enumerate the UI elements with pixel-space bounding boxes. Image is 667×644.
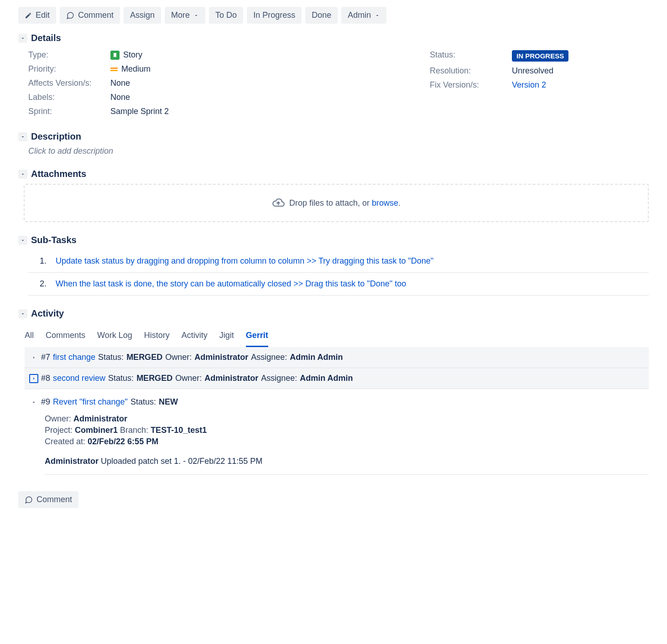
change-project: Combiner1 bbox=[75, 426, 118, 435]
comment-button[interactable]: Comment bbox=[60, 7, 120, 24]
activity-tabs: AllCommentsWork LogHistoryActivityJigitG… bbox=[25, 323, 649, 347]
change-owner: Administrator bbox=[194, 353, 248, 362]
tab-gerrit[interactable]: Gerrit bbox=[246, 328, 268, 347]
change-created: 02/Feb/22 6:55 PM bbox=[88, 437, 158, 446]
more-button[interactable]: More bbox=[165, 7, 205, 24]
change-owner: Administrator bbox=[204, 374, 258, 383]
todo-button[interactable]: To Do bbox=[209, 7, 243, 24]
chevron-right-icon bbox=[31, 355, 36, 360]
footer-comment-label: Comment bbox=[36, 495, 72, 504]
subtasks-heading: Sub-Tasks bbox=[31, 235, 77, 245]
gerrit-change-row: #8 second review Status: MERGED Owner: A… bbox=[25, 368, 649, 389]
chevron-down-icon bbox=[31, 400, 36, 405]
admin-label: Admin bbox=[348, 10, 371, 20]
done-button[interactable]: Done bbox=[305, 7, 338, 24]
status-label: Status: bbox=[98, 353, 124, 362]
gerrit-list: #7 first change Status: MERGED Owner: Ad… bbox=[25, 347, 649, 475]
description-section: Description Click to add description bbox=[18, 131, 649, 156]
activity-section: Activity AllCommentsWork LogHistoryActiv… bbox=[18, 308, 649, 475]
owner-label: Owner: bbox=[175, 374, 202, 383]
assign-button[interactable]: Assign bbox=[124, 7, 161, 24]
branch-label: Branch: bbox=[120, 426, 151, 435]
tab-activity[interactable]: Activity bbox=[182, 328, 208, 347]
expand-change-button[interactable] bbox=[29, 353, 38, 362]
status-label: Status: bbox=[108, 374, 134, 383]
chevron-down-icon bbox=[20, 134, 26, 140]
resolution-label: Resolution: bbox=[430, 66, 512, 76]
more-label: More bbox=[171, 10, 190, 20]
tab-comments[interactable]: Comments bbox=[46, 328, 85, 347]
assignee-label: Assignee: bbox=[261, 374, 297, 383]
tab-work-log[interactable]: Work Log bbox=[97, 328, 132, 347]
story-icon bbox=[110, 51, 120, 60]
chevron-down-icon bbox=[375, 13, 380, 18]
status-label: Status: bbox=[130, 397, 156, 407]
fixversion-label: Fix Version/s: bbox=[430, 80, 512, 90]
tab-history[interactable]: History bbox=[144, 328, 170, 347]
details-heading: Details bbox=[31, 33, 61, 43]
type-value: Story bbox=[123, 50, 142, 60]
comment-label: Comment bbox=[78, 10, 114, 20]
subtask-link[interactable]: Update task status by dragging and dropp… bbox=[56, 256, 433, 266]
assignee-label: Assignee: bbox=[251, 353, 287, 362]
change-title-link[interactable]: first change bbox=[53, 353, 95, 362]
change-title-link[interactable]: second review bbox=[53, 374, 105, 383]
change-status: NEW bbox=[159, 397, 178, 407]
fixversion-value[interactable]: Version 2 bbox=[512, 80, 546, 90]
details-section: Details Type: Story Priority: Mediu bbox=[18, 33, 649, 119]
comment-icon bbox=[66, 11, 74, 20]
event-text: Uploaded patch set 1. - 02/Feb/22 11:55 … bbox=[101, 457, 262, 466]
resolution-value: Unresolved bbox=[512, 66, 553, 76]
change-branch: TEST-10_test1 bbox=[151, 426, 207, 435]
subtask-row: 2. When the last task is done, the story… bbox=[28, 273, 649, 296]
change-status: MERGED bbox=[126, 353, 162, 362]
collapse-attachments-button[interactable] bbox=[18, 170, 27, 179]
chevron-down-icon bbox=[20, 36, 26, 41]
affects-value: None bbox=[110, 78, 130, 88]
status-label: Status: bbox=[430, 50, 512, 62]
expand-change-button[interactable] bbox=[29, 374, 38, 383]
sprint-label: Sprint: bbox=[28, 107, 110, 116]
project-label: Project: bbox=[45, 426, 75, 435]
chevron-down-icon bbox=[20, 311, 26, 317]
collapse-description-button[interactable] bbox=[18, 132, 27, 141]
labels-label: Labels: bbox=[28, 93, 110, 102]
inprogress-button[interactable]: In Progress bbox=[247, 7, 302, 24]
collapse-subtasks-button[interactable] bbox=[18, 236, 27, 245]
subtask-row: 1. Update task status by dragging and dr… bbox=[28, 250, 649, 273]
change-id: #9 bbox=[41, 397, 50, 407]
gerrit-event-row: Administrator Uploaded patch set 1. - 02… bbox=[45, 448, 649, 475]
todo-label: To Do bbox=[215, 10, 237, 20]
tab-all[interactable]: All bbox=[25, 328, 34, 347]
subtask-num: 2. bbox=[28, 279, 47, 289]
activity-heading: Activity bbox=[31, 308, 64, 319]
attachments-section: Attachments Drop files to attach, or bro… bbox=[18, 169, 649, 222]
gerrit-change-row-expanded: #9 Revert "first change" Status: NEW bbox=[25, 389, 649, 412]
subtask-link[interactable]: When the last task is done, the story ca… bbox=[56, 279, 406, 289]
attachment-dropzone[interactable]: Drop files to attach, or browse. bbox=[24, 184, 649, 222]
created-label: Created at: bbox=[45, 437, 88, 446]
subtask-num: 1. bbox=[28, 256, 47, 266]
inprogress-label: In Progress bbox=[253, 10, 295, 20]
admin-button[interactable]: Admin bbox=[341, 7, 386, 24]
owner-label: Owner: bbox=[45, 414, 73, 423]
priority-label: Priority: bbox=[28, 64, 110, 74]
change-title-link[interactable]: Revert "first change" bbox=[53, 397, 128, 407]
gerrit-change-details: Owner: Administrator Project: Combiner1 … bbox=[45, 414, 649, 447]
edit-button[interactable]: Edit bbox=[18, 7, 56, 24]
status-badge: IN PROGRESS bbox=[512, 50, 568, 62]
owner-label: Owner: bbox=[165, 353, 192, 362]
subtasks-section: Sub-Tasks 1. Update task status by dragg… bbox=[18, 235, 649, 296]
priority-value: Medium bbox=[121, 64, 151, 74]
upload-cloud-icon bbox=[272, 197, 285, 209]
dropzone-text: Drop files to attach, or bbox=[289, 198, 372, 208]
change-id: #8 bbox=[41, 374, 50, 383]
footer-comment-button[interactable]: Comment bbox=[18, 491, 78, 508]
collapse-activity-button[interactable] bbox=[18, 309, 27, 318]
tab-jigit[interactable]: Jigit bbox=[219, 328, 234, 347]
browse-link[interactable]: browse bbox=[372, 198, 398, 208]
description-placeholder[interactable]: Click to add description bbox=[28, 146, 649, 156]
collapse-change-button[interactable] bbox=[29, 398, 38, 407]
change-assignee: Admin Admin bbox=[300, 374, 353, 383]
collapse-details-button[interactable] bbox=[18, 34, 27, 43]
